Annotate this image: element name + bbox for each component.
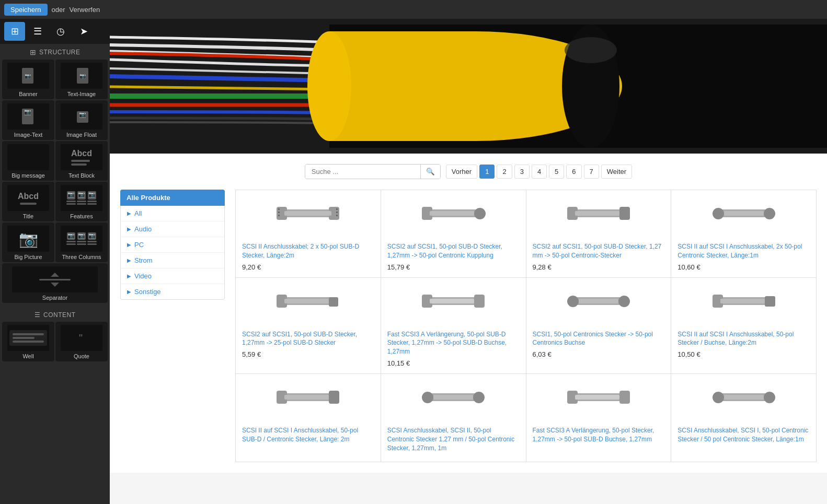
product-price-7: 10,50 €	[677, 350, 700, 358]
component-banner[interactable]: 📷 Banner	[2, 60, 54, 99]
svg-rect-24	[619, 207, 630, 220]
component-image-text-label: Image-Text	[14, 132, 42, 138]
svg-rect-52	[473, 392, 485, 403]
category-link-sonstige[interactable]: Sonstige	[134, 288, 161, 296]
category-item-sonstige[interactable]: ▶ Sonstige	[121, 284, 224, 299]
search-input[interactable]	[305, 165, 420, 179]
pagination-page-4[interactable]: 4	[532, 165, 547, 179]
svg-point-5	[307, 31, 351, 141]
product-name-10[interactable]: Fast SCSI3 A Verlängerung, 50-pol Stecke…	[533, 426, 665, 444]
category-link-audio[interactable]: Audio	[134, 225, 152, 233]
svg-rect-37	[430, 299, 474, 303]
product-img-wrap-8	[242, 380, 374, 422]
svg-rect-15	[336, 208, 338, 210]
pagination-page-2[interactable]: 2	[497, 165, 512, 179]
product-name-2[interactable]: SCSI2 auf SCSI1, 50-pol SUB-D Stecker, 1…	[533, 242, 665, 260]
component-big-message[interactable]: Big message	[2, 141, 54, 181]
component-image-text[interactable]: 📷 Image-Text	[2, 100, 54, 140]
category-link-all[interactable]: All	[134, 209, 142, 217]
product-card-9[interactable]: SCSI Anschlusskabel, SCSI II, 50-pol Cen…	[381, 374, 526, 462]
product-card-11[interactable]: SCSI Anschlusskabel, SCSI I, 50-pol Cent…	[671, 374, 816, 462]
product-card-8[interactable]: SCSI II auf SCSI I Anschlusskabel, 50-po…	[236, 374, 381, 462]
category-item-strom[interactable]: ▶ Strom	[121, 253, 224, 268]
svg-rect-33	[284, 299, 329, 303]
product-card-2[interactable]: SCSI2 auf SCSI1, 50-pol SUB-D Stecker, 1…	[526, 190, 671, 277]
product-card-4[interactable]: SCSI2 auf SCSI1, 50-pol SUB-D Stecker, 1…	[236, 278, 381, 373]
category-item-pc[interactable]: ▶ PC	[121, 237, 224, 253]
category-link-video[interactable]: Video	[134, 272, 152, 280]
content-components-grid: Well " Quote	[0, 322, 110, 366]
pagination-page-1[interactable]: 1	[479, 165, 495, 179]
product-name-4[interactable]: SCSI2 auf SCSI1, 50-pol SUB-D Stecker, 1…	[242, 330, 374, 348]
component-quote[interactable]: " Quote	[55, 322, 108, 361]
product-name-5[interactable]: Fast SCSI3 A Verlängerung, 50-pol SUB-D …	[387, 330, 520, 356]
product-image-8	[274, 380, 342, 422]
component-big-picture[interactable]: 📷 Big Picture	[2, 222, 54, 262]
search-pagination-row: 🔍 Vorher 1 2 3 4 5 6 7 Weiter	[120, 164, 817, 179]
product-name-9[interactable]: SCSI Anschlusskabel, SCSI II, 50-pol Cen…	[387, 426, 520, 452]
category-link-strom[interactable]: Strom	[134, 256, 153, 264]
category-nav: Alle Produkte ▶ All ▶ Audio ▶ PC	[120, 190, 225, 462]
hero-svg	[110, 19, 827, 154]
product-card-7[interactable]: SCSI II auf SCSI I Anschlusskabel, 50-po…	[671, 278, 816, 373]
discard-button[interactable]: Verwerfen	[70, 6, 100, 14]
pagination-page-5[interactable]: 5	[549, 165, 564, 179]
product-price-3: 10,60 €	[677, 263, 700, 271]
product-price-0: 9,20 €	[242, 263, 261, 271]
search-box: 🔍	[305, 164, 441, 179]
svg-rect-45	[720, 299, 765, 303]
category-item-video[interactable]: ▶ Video	[121, 268, 224, 284]
save-button[interactable]: Speichern	[4, 4, 48, 16]
main-content: 🔍 Vorher 1 2 3 4 5 6 7 Weiter Alle Produ…	[110, 19, 827, 504]
product-image-3	[710, 196, 778, 238]
component-three-columns-label: Three Columns	[62, 254, 101, 260]
component-title[interactable]: Abcd Title	[2, 182, 54, 221]
category-all-button[interactable]: Alle Produkte	[120, 190, 225, 206]
category-item-all[interactable]: ▶ All	[121, 206, 224, 221]
product-name-11[interactable]: SCSI Anschlusskabel, SCSI I, 50-pol Cent…	[677, 426, 810, 444]
component-well[interactable]: Well	[2, 322, 54, 361]
product-card-3[interactable]: SCSI II auf SCSI I Anschlusskabel, 2x 50…	[671, 190, 816, 277]
content-label: Content	[43, 311, 76, 319]
pagination-page-7[interactable]: 7	[584, 165, 599, 179]
pagination-page-6[interactable]: 6	[566, 165, 581, 179]
svg-rect-40	[618, 296, 630, 307]
cat-arrow-all: ▶	[127, 210, 131, 216]
component-text-block[interactable]: Abcd Text Block	[55, 141, 108, 181]
product-card-0[interactable]: SCSI II Anschlusskabel; 2 x 50-pol SUB-D…	[236, 190, 381, 277]
pagination-page-3[interactable]: 3	[514, 165, 530, 179]
component-text-image[interactable]: 📷 Text-Image	[55, 60, 108, 99]
product-name-0[interactable]: SCSI II Anschlusskabel; 2 x 50-pol SUB-D…	[242, 242, 374, 260]
product-name-8[interactable]: SCSI II auf SCSI I Anschlusskabel, 50-po…	[242, 426, 374, 444]
tab-history[interactable]: ◷	[50, 22, 71, 41]
product-image-4	[274, 284, 342, 326]
product-image-11	[710, 380, 778, 422]
svg-rect-48	[329, 391, 339, 404]
cat-arrow-pc: ▶	[127, 242, 131, 248]
pagination-next[interactable]: Weiter	[601, 165, 632, 179]
category-item-audio[interactable]: ▶ Audio	[121, 221, 224, 237]
tab-list[interactable]: ☰	[27, 22, 48, 41]
component-text-image-label: Text-Image	[67, 91, 96, 97]
component-features[interactable]: 📷 📷 📷 Features	[55, 182, 108, 221]
product-name-6[interactable]: SCSI1, 50-pol Centronics Stecker -> 50-p…	[533, 330, 665, 348]
component-separator[interactable]: Separator	[2, 263, 108, 303]
category-link-pc[interactable]: PC	[134, 241, 144, 249]
tab-send[interactable]: ➤	[73, 22, 94, 41]
component-image-float[interactable]: 📷 Image Float	[55, 100, 108, 140]
cat-arrow-audio: ▶	[127, 226, 131, 232]
product-card-10[interactable]: Fast SCSI3 A Verlängerung, 50-pol Stecke…	[526, 374, 671, 462]
product-name-1[interactable]: SCSI2 auf SCSI1, 50-pol SUB-D Stecker, 1…	[387, 242, 520, 260]
product-name-3[interactable]: SCSI II auf SCSI I Anschlusskabel, 2x 50…	[677, 242, 810, 260]
pagination-prev[interactable]: Vorher	[446, 165, 477, 179]
product-name-7[interactable]: SCSI II auf SCSI I Anschlusskabel, 50-po…	[677, 330, 810, 348]
svg-rect-29	[724, 211, 764, 216]
component-three-columns[interactable]: 📷 📷 📷 Three Columns	[55, 222, 108, 262]
tab-grid[interactable]: ⊞	[4, 22, 25, 41]
search-button[interactable]: 🔍	[420, 165, 440, 179]
product-card-6[interactable]: SCSI1, 50-pol Centronics Stecker -> 50-p…	[526, 278, 671, 373]
product-card-5[interactable]: Fast SCSI3 A Verlängerung, 50-pol SUB-D …	[381, 278, 526, 373]
product-card-1[interactable]: SCSI2 auf SCSI1, 50-pol SUB-D Stecker, 1…	[381, 190, 526, 277]
product-image-9	[419, 380, 487, 422]
component-banner-label: Banner	[19, 91, 37, 97]
